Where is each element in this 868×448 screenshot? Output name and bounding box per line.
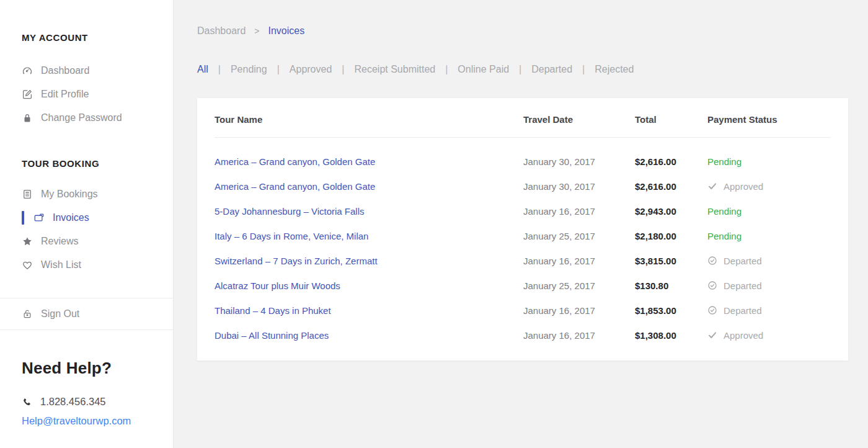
- tab-receipt-submitted[interactable]: Receipt Submitted: [354, 64, 435, 75]
- sidebar-item-label: Reviews: [41, 236, 78, 247]
- sidebar-item-edit-profile[interactable]: Edit Profile: [22, 83, 173, 106]
- status-badge: Approved: [707, 330, 831, 341]
- column-header-payment-status: Payment Status: [707, 114, 831, 125]
- chevron-right-icon: >: [254, 26, 259, 36]
- tab-separator: |: [582, 64, 585, 75]
- column-header-total: Total: [635, 114, 707, 125]
- tour-booking-section: TOUR BOOKING My Bookings Invoices Review…: [0, 158, 173, 277]
- approved-check-icon: [707, 330, 717, 340]
- help-phone-number: 1.828.456.345: [40, 396, 106, 408]
- tab-all[interactable]: All: [197, 64, 208, 75]
- approved-check-icon: [707, 181, 717, 191]
- need-help-section: Need Help? 1.828.456.345 Help@traveltour…: [0, 359, 173, 427]
- my-account-heading: MY ACCOUNT: [22, 32, 173, 43]
- status-badge: Departed: [707, 280, 831, 291]
- travel-date: January 16, 2017: [523, 256, 635, 266]
- tab-online-paid[interactable]: Online Paid: [458, 64, 509, 75]
- tab-separator: |: [519, 64, 521, 75]
- tour-name-link[interactable]: Thailand – 4 Days in Phuket: [215, 305, 523, 316]
- need-help-heading: Need Help?: [22, 359, 173, 378]
- total-amount: $1,853.00: [635, 305, 707, 316]
- departed-circle-check-icon: [707, 280, 717, 290]
- tour-name-link[interactable]: Switzerland – 7 Days in Zurich, Zermatt: [215, 256, 523, 266]
- tour-name-link[interactable]: Dubai – All Stunning Places: [215, 330, 523, 341]
- total-amount: $130.80: [635, 280, 707, 291]
- sidebar-item-label: Wish List: [41, 259, 81, 271]
- tour-booking-heading: TOUR BOOKING: [22, 158, 173, 169]
- travel-date: January 25, 2017: [523, 280, 635, 291]
- status-badge: Departed: [707, 305, 831, 316]
- tab-separator: |: [445, 64, 448, 75]
- sidebar-item-dashboard[interactable]: Dashboard: [22, 59, 173, 83]
- breadcrumb-invoices: Invoices: [268, 25, 304, 37]
- breadcrumb: Dashboard > Invoices: [197, 25, 848, 37]
- tab-separator: |: [277, 64, 280, 75]
- total-amount: $2,616.00: [635, 156, 707, 167]
- status-badge: Pending: [707, 206, 831, 217]
- tour-name-link[interactable]: America – Grand canyon, Golden Gate: [215, 181, 523, 192]
- tour-name-link[interactable]: 5-Day Johannesburg – Victoria Falls: [215, 206, 523, 217]
- travel-date: January 30, 2017: [523, 181, 635, 192]
- help-email-link[interactable]: Help@traveltourwp.com: [22, 415, 173, 427]
- table-row: America – Grand canyon, Golden Gate Janu…: [215, 149, 831, 174]
- sidebar-item-label: Invoices: [53, 212, 89, 223]
- sidebar-item-label: Change Password: [41, 112, 122, 123]
- sidebar-item-change-password[interactable]: Change Password: [22, 106, 173, 130]
- total-amount: $1,308.00: [635, 330, 707, 341]
- tab-separator: |: [218, 64, 221, 75]
- travel-date: January 16, 2017: [523, 206, 635, 217]
- tab-rejected[interactable]: Rejected: [595, 64, 634, 75]
- star-icon: [22, 236, 33, 247]
- unlock-icon: [22, 308, 33, 320]
- active-indicator: [22, 211, 24, 225]
- invoice-wallet-icon: [33, 212, 45, 223]
- travel-date: January 25, 2017: [523, 231, 635, 241]
- sidebar-item-label: Sign Out: [41, 308, 79, 320]
- total-amount: $2,943.00: [635, 206, 707, 217]
- total-amount: $2,180.00: [635, 231, 707, 241]
- tour-name-link[interactable]: America – Grand canyon, Golden Gate: [215, 156, 523, 167]
- breadcrumb-dashboard[interactable]: Dashboard: [197, 25, 246, 37]
- tab-separator: |: [342, 64, 344, 75]
- departed-circle-check-icon: [707, 256, 717, 266]
- total-amount: $2,616.00: [635, 181, 707, 192]
- status-badge: Departed: [707, 256, 831, 266]
- table-body: America – Grand canyon, Golden Gate Janu…: [215, 149, 831, 347]
- table-row: Italy – 6 Days in Rome, Venice, Milan Ja…: [215, 223, 831, 248]
- bookings-document-icon: [22, 189, 33, 200]
- tour-name-link[interactable]: Alcatraz Tour plus Muir Woods: [215, 280, 523, 291]
- table-row: Thailand – 4 Days in Phuket January 16, …: [215, 298, 831, 323]
- lock-icon: [22, 112, 33, 123]
- my-account-section: MY ACCOUNT Dashboard Edit Profile Change…: [0, 32, 173, 130]
- status-filter-tabs: All | Pending | Approved | Receipt Submi…: [197, 63, 848, 76]
- table-row: Alcatraz Tour plus Muir Woods January 25…: [215, 273, 831, 298]
- heart-icon: [22, 259, 33, 271]
- account-sidebar: MY ACCOUNT Dashboard Edit Profile Change…: [0, 0, 174, 448]
- travel-date: January 16, 2017: [523, 330, 635, 341]
- invoices-table-card: Tour Name Travel Date Total Payment Stat…: [197, 98, 848, 361]
- table-row: Switzerland – 7 Days in Zurich, Zermatt …: [215, 248, 831, 273]
- travel-date: January 30, 2017: [523, 156, 635, 167]
- table-row: Dubai – All Stunning Places January 16, …: [215, 323, 831, 347]
- tab-departed[interactable]: Departed: [531, 64, 572, 75]
- tour-name-link[interactable]: Italy – 6 Days in Rome, Venice, Milan: [215, 231, 523, 241]
- sidebar-item-sign-out[interactable]: Sign Out: [22, 302, 173, 326]
- dashboard-gauge-icon: [22, 65, 33, 76]
- tab-pending[interactable]: Pending: [231, 64, 267, 75]
- signout-section: Sign Out: [0, 298, 173, 330]
- sidebar-item-invoices[interactable]: Invoices: [22, 206, 173, 230]
- total-amount: $3,815.00: [635, 256, 707, 266]
- sidebar-item-my-bookings[interactable]: My Bookings: [22, 182, 173, 206]
- table-header-row: Tour Name Travel Date Total Payment Stat…: [215, 114, 831, 138]
- sidebar-item-label: My Bookings: [41, 189, 98, 200]
- table-row: America – Grand canyon, Golden Gate Janu…: [215, 174, 831, 199]
- sidebar-item-reviews[interactable]: Reviews: [22, 230, 173, 253]
- invoices-main: Dashboard > Invoices All | Pending | App…: [174, 0, 868, 448]
- status-badge: Approved: [707, 181, 831, 192]
- table-row: 5-Day Johannesburg – Victoria Falls Janu…: [215, 199, 831, 223]
- sidebar-item-wish-list[interactable]: Wish List: [22, 253, 173, 277]
- help-phone-link[interactable]: 1.828.456.345: [22, 396, 173, 408]
- edit-pencil-icon: [22, 89, 33, 100]
- sidebar-item-label: Dashboard: [41, 65, 89, 76]
- tab-approved[interactable]: Approved: [290, 64, 332, 75]
